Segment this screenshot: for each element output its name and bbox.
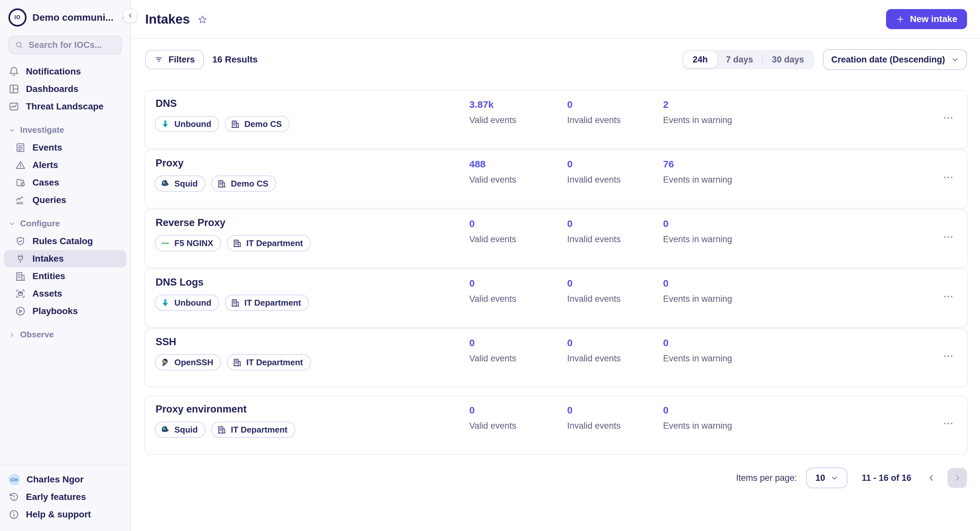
main-content: Intakes New intake Filters 16 Results 24… bbox=[131, 0, 980, 531]
valid-events-count[interactable]: 0 bbox=[469, 338, 516, 349]
badge-it-department[interactable]: IT Department bbox=[227, 235, 311, 251]
valid-events-count[interactable]: 0 bbox=[469, 405, 516, 416]
favorite-star-icon[interactable] bbox=[197, 14, 208, 25]
openssh-icon bbox=[161, 358, 170, 367]
sidebar-item-events[interactable]: Events bbox=[4, 139, 126, 156]
sidebar-item-cases[interactable]: Cases bbox=[4, 174, 126, 191]
row-menu-button[interactable] bbox=[942, 350, 954, 362]
sidebar-section-observe[interactable]: Observe bbox=[0, 330, 130, 340]
intake-row[interactable]: ProxySquidDemo CS488Valid events0Invalid… bbox=[145, 150, 967, 208]
sidebar-item-early-features[interactable]: Early features bbox=[4, 488, 126, 506]
warning-events-count[interactable]: 76 bbox=[663, 159, 732, 170]
sidebar-item-dashboards[interactable]: Dashboards bbox=[4, 80, 126, 98]
invalid-events-count[interactable]: 0 bbox=[567, 278, 620, 289]
invalid-events-label: Invalid events bbox=[567, 175, 620, 185]
squid-icon bbox=[161, 179, 170, 188]
invalid-events-count[interactable]: 0 bbox=[567, 159, 620, 170]
badge-it-department[interactable]: IT Department bbox=[227, 354, 311, 370]
row-menu-button[interactable] bbox=[942, 171, 954, 183]
badge-unbound[interactable]: Unbound bbox=[155, 295, 219, 311]
badge-it-department[interactable]: IT Department bbox=[211, 422, 295, 438]
badge-label: IT Department bbox=[246, 357, 303, 368]
sidebar-item-intakes[interactable]: Intakes bbox=[4, 250, 126, 268]
sidebar-section-label: Investigate bbox=[20, 125, 64, 135]
sidebar-item-rules-catalog[interactable]: Rules Catalog bbox=[4, 233, 126, 250]
items-per-page-select[interactable]: 10 bbox=[806, 468, 848, 488]
org-switcher[interactable]: IO Demo communi... bbox=[0, 0, 130, 27]
badge-unbound[interactable]: Unbound bbox=[155, 116, 219, 132]
row-menu-button[interactable] bbox=[942, 291, 954, 303]
range-button-24h[interactable]: 24h bbox=[684, 51, 717, 68]
sidebar-item-label: Playbooks bbox=[32, 306, 78, 316]
sidebar-item-notifications[interactable]: Notifications bbox=[4, 63, 126, 80]
badge-openssh[interactable]: OpenSSH bbox=[155, 354, 221, 370]
sidebar-item-label: Intakes bbox=[32, 254, 64, 264]
range-button-30-days[interactable]: 30 days bbox=[763, 51, 813, 68]
sort-dropdown[interactable]: Creation date (Descending) bbox=[823, 49, 967, 70]
sidebar-item-alerts[interactable]: Alerts bbox=[4, 156, 126, 174]
sidebar-collapse-button[interactable] bbox=[123, 8, 137, 23]
badge-squid[interactable]: Squid bbox=[155, 176, 205, 192]
sidebar-item-entities[interactable]: Entities bbox=[4, 268, 126, 285]
sidebar-section-configure[interactable]: Configure bbox=[0, 219, 130, 228]
sidebar-item-playbooks[interactable]: Playbooks bbox=[4, 303, 126, 320]
valid-events-count[interactable]: 0 bbox=[469, 218, 516, 229]
valid-events-stat: 488Valid events bbox=[469, 159, 516, 185]
intake-badges: SquidDemo CS bbox=[155, 176, 276, 192]
badge-demo-cs[interactable]: Demo CS bbox=[225, 116, 290, 132]
row-menu-button[interactable] bbox=[942, 231, 954, 243]
chevron-down-icon bbox=[8, 220, 16, 227]
sidebar-item-label: Rules Catalog bbox=[32, 236, 93, 246]
badge-demo-cs[interactable]: Demo CS bbox=[211, 176, 276, 192]
intake-row[interactable]: DNS LogsUnboundIT Department0Valid event… bbox=[145, 269, 967, 327]
invalid-events-label: Invalid events bbox=[567, 353, 620, 364]
new-intake-button[interactable]: New intake bbox=[886, 9, 967, 29]
org-icon bbox=[233, 239, 242, 248]
invalid-events-count[interactable]: 0 bbox=[567, 405, 620, 416]
sidebar: IO Demo communi... Search for IOCs... No… bbox=[0, 0, 131, 531]
warning-events-count[interactable]: 0 bbox=[663, 278, 732, 289]
filters-button[interactable]: Filters bbox=[145, 50, 204, 69]
sidebar-section-investigate[interactable]: Investigate bbox=[0, 125, 130, 135]
sidebar-item-label: Assets bbox=[32, 288, 62, 299]
intake-row[interactable]: SSHOpenSSHIT Department0Valid events0Inv… bbox=[145, 329, 967, 387]
badge-squid[interactable]: Squid bbox=[155, 422, 205, 438]
invalid-events-count[interactable]: 0 bbox=[567, 218, 620, 229]
range-button-7-days[interactable]: 7 days bbox=[717, 51, 762, 68]
chevron-right-icon bbox=[8, 331, 16, 338]
badge-label: OpenSSH bbox=[174, 357, 213, 368]
row-menu-button[interactable] bbox=[942, 112, 954, 124]
badge-f5-nginx[interactable]: NGINXF5 NGINX bbox=[155, 235, 221, 251]
sidebar-item-help-support[interactable]: Help & support bbox=[4, 506, 126, 523]
intake-row[interactable]: Reverse ProxyNGINXF5 NGINXIT Department0… bbox=[145, 210, 967, 268]
badge-label: Unbound bbox=[174, 298, 211, 308]
warning-events-count[interactable]: 2 bbox=[663, 99, 732, 110]
unbound-icon bbox=[161, 119, 170, 128]
badge-label: Squid bbox=[174, 425, 198, 435]
invalid-events-count[interactable]: 0 bbox=[567, 99, 620, 110]
warning-events-count[interactable]: 0 bbox=[663, 218, 732, 229]
invalid-events-count[interactable]: 0 bbox=[567, 338, 620, 349]
badge-label: IT Department bbox=[244, 298, 301, 308]
sidebar-nav: NotificationsDashboardsThreat LandscapeI… bbox=[0, 54, 130, 344]
intake-row[interactable]: DNSUnboundDemo CS3.87kValid events0Inval… bbox=[145, 91, 967, 148]
intake-row[interactable]: Proxy environmentSquidIT Department0Vali… bbox=[145, 396, 967, 454]
valid-events-count[interactable]: 0 bbox=[469, 278, 516, 289]
sidebar-item-threat-landscape[interactable]: Threat Landscape bbox=[4, 98, 126, 115]
valid-events-count[interactable]: 3.87k bbox=[469, 99, 516, 110]
warning-events-count[interactable]: 0 bbox=[663, 405, 732, 416]
building-icon bbox=[15, 271, 26, 282]
sidebar-item-assets[interactable]: Assets bbox=[4, 285, 126, 303]
sidebar-item-queries[interactable]: Queries bbox=[4, 191, 126, 209]
search-input[interactable]: Search for IOCs... bbox=[8, 36, 122, 54]
badge-it-department[interactable]: IT Department bbox=[225, 295, 309, 311]
valid-events-stat: 3.87kValid events bbox=[469, 99, 516, 125]
valid-events-count[interactable]: 488 bbox=[469, 159, 516, 170]
row-menu-button[interactable] bbox=[942, 418, 954, 430]
warning-events-count[interactable]: 0 bbox=[663, 338, 732, 349]
next-page-button[interactable] bbox=[948, 468, 967, 488]
filters-label: Filters bbox=[169, 55, 195, 65]
previous-page-button[interactable] bbox=[924, 471, 939, 485]
intake-badges: OpenSSHIT Department bbox=[155, 354, 311, 370]
sidebar-item-charles-ngor[interactable]: CHCharles Ngor bbox=[4, 471, 126, 488]
